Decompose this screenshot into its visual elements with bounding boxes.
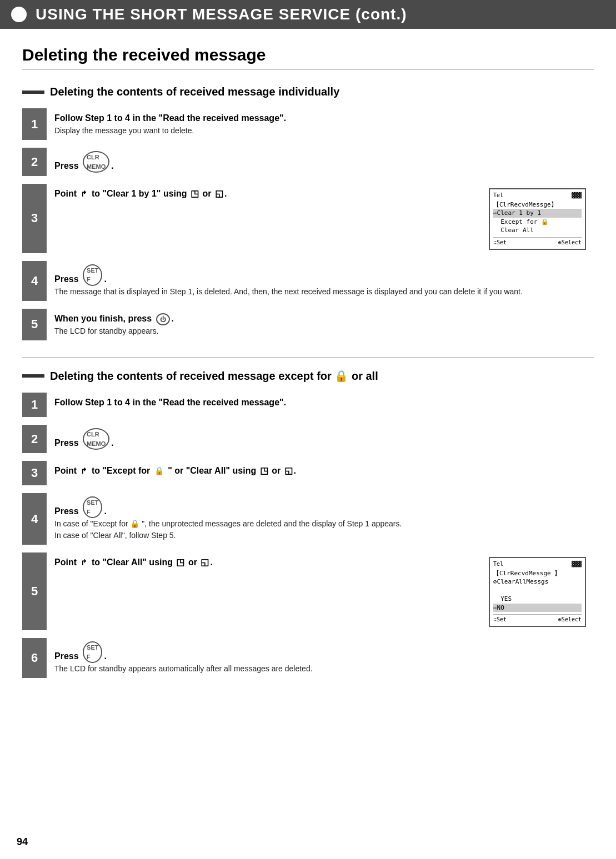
subsection1-dash — [22, 91, 44, 94]
steps-section2: 1 Follow Step 1 to 4 in the "Read the re… — [22, 393, 594, 678]
page-content: Deleting the received message Deleting t… — [0, 29, 616, 717]
step-2-6-sub: The LCD for standby appears automaticall… — [54, 663, 586, 675]
step-2-6-main: Press SETF. — [54, 641, 586, 663]
section-divider — [22, 357, 594, 358]
table-row: 3 Tel ▓▓▓ 【ClrRecvdMessge】 ⇨Clear 1 by 1… — [22, 184, 594, 253]
step-2-2-content: Press CLRMEMO. — [47, 425, 594, 453]
screen-bottom-bar-1: ∷Set ⊕Select — [493, 237, 582, 247]
screen-bottom-bar-2: ∷Set ⊕Select — [493, 614, 582, 624]
screen-mockup-2: Tel ▓▓▓ 【ClrRecvdMessge 】 ⊘ClearAllMessg… — [489, 557, 586, 627]
step-1-content: Follow Step 1 to 4 in the "Read the rece… — [47, 108, 594, 140]
table-row: 1 Follow Step 1 to 4 in the "Read the re… — [22, 108, 594, 140]
step-5-main: When you finish, press ⏻. — [54, 312, 586, 326]
step-2-content: Press CLRMEMO. — [47, 148, 594, 176]
point-arrow-icon: ↱ — [81, 189, 87, 198]
set-f-icon-s2s4: SETF — [83, 496, 102, 518]
page-header: USING THE SHORT MESSAGE SERVICE (cont.) — [0, 0, 616, 29]
header-circle-icon — [11, 7, 27, 22]
or-text-s2s5: or — [188, 557, 199, 567]
table-row: 5 When you finish, press ⏻. The LCD for … — [22, 309, 594, 341]
screen-select-label-2: ⊕Select — [558, 616, 582, 624]
table-row: 5 Tel ▓▓▓ 【ClrRecvdMessge 】 ⊘ClearAllMes… — [22, 552, 594, 630]
down-icon-s2s3: ◱ — [284, 466, 293, 475]
subsection2-dash — [22, 374, 44, 378]
step-2-1-content: Follow Step 1 to 4 in the "Read the rece… — [47, 393, 594, 413]
clr-memo-icon-s2s2: CLRMEMO — [83, 428, 109, 450]
step-number-2-3: 3 — [22, 461, 47, 485]
step-number-2-1: 1 — [22, 393, 47, 417]
screen-set-label-1: ∷Set — [493, 239, 507, 247]
screen-line-1b: ⇨Clear 1 by 1 — [493, 209, 582, 217]
down-icon-s2s5: ◱ — [201, 557, 209, 567]
table-row: 4 Press SETF. In case of "Except for 🔒 "… — [22, 493, 594, 545]
up-icon-s2s3: ◳ — [260, 466, 268, 475]
down-icon-s1s3: ◱ — [215, 189, 223, 198]
step-number-2-5: 5 — [22, 552, 47, 630]
set-f-icon-s2s6: SETF — [83, 641, 102, 663]
screen-mockup-1: Tel ▓▓▓ 【ClrRecvdMessge】 ⇨Clear 1 by 1 E… — [489, 188, 586, 250]
point-arrow-icon-s2s3: ↱ — [81, 466, 87, 475]
pwr-icon-s1s5: ⏻ — [156, 313, 170, 326]
step-number-3: 3 — [22, 184, 47, 253]
step-number-2-4: 4 — [22, 493, 47, 545]
step-1-sub: Display the message you want to delete. — [54, 125, 586, 137]
screen-line-1d: Clear All — [493, 226, 582, 234]
up-icon-s2s5: ◳ — [176, 557, 184, 567]
step-number-1: 1 — [22, 108, 47, 140]
subsection1-label: Deleting the contents of received messag… — [50, 86, 339, 98]
step-2-4-sub1: In case of "Except for 🔒 ", the unprotec… — [54, 518, 586, 530]
screen-line-2c — [493, 586, 582, 595]
step-2-6-content: Press SETF. The LCD for standby appears … — [47, 638, 594, 678]
screen-line-1c: Except for 🔒 — [493, 218, 582, 226]
lock-icon-s2s3: 🔒 — [154, 466, 164, 475]
table-row: 6 Press SETF. The LCD for standby appear… — [22, 638, 594, 678]
step-4-sub: The message that is displayed in Step 1,… — [54, 286, 586, 298]
or-text-s1s3: or — [202, 189, 213, 198]
step-2-3-content: Point ↱ to "Except for 🔒 " or "Clear All… — [47, 461, 594, 481]
screen-signal-1: ▓▓▓ — [572, 192, 582, 199]
step-number-4: 4 — [22, 261, 47, 301]
screen-signal-2: ▓▓▓ — [572, 560, 582, 568]
section-title: Deleting the received message — [22, 46, 594, 70]
table-row: 2 Press CLRMEMO. — [22, 425, 594, 453]
screen-line-1a: 【ClrRecvdMessge】 — [493, 200, 582, 209]
header-title: USING THE SHORT MESSAGE SERVICE (cont.) — [36, 6, 407, 23]
step-number-2: 2 — [22, 148, 47, 176]
subsection2-heading: Deleting the contents of received messag… — [22, 369, 594, 383]
step-2-4-content: Press SETF. In case of "Except for 🔒 ", … — [47, 493, 594, 545]
page-number: 94 — [17, 836, 28, 848]
screen-top-left-1: Tel — [493, 192, 503, 199]
table-row: 3 Point ↱ to "Except for 🔒 " or "Clear A… — [22, 461, 594, 485]
subsection1-heading: Deleting the contents of received messag… — [22, 86, 594, 98]
up-icon-s1s3: ◳ — [191, 189, 199, 198]
step-2-1-main: Follow Step 1 to 4 in the "Read the rece… — [54, 396, 586, 409]
subsection2-label: Deleting the contents of received messag… — [50, 369, 378, 383]
steps-section1: 1 Follow Step 1 to 4 in the "Read the re… — [22, 108, 594, 340]
step-2-4-sub2: In case of "Clear All", follow Step 5. — [54, 530, 586, 541]
step-2-main: Press CLRMEMO. — [54, 151, 586, 173]
screen-top-left-2: Tel — [493, 560, 503, 568]
step-number-5: 5 — [22, 309, 47, 341]
screen-line-2b: ⊘ClearAllMessgs — [493, 577, 582, 586]
step-4-main: Press SETF. — [54, 264, 586, 286]
step-3-content: Tel ▓▓▓ 【ClrRecvdMessge】 ⇨Clear 1 by 1 E… — [47, 184, 594, 253]
screen-set-label-2: ∷Set — [493, 616, 507, 624]
table-row: 1 Follow Step 1 to 4 in the "Read the re… — [22, 393, 594, 417]
or-text-s2s3: or — [272, 466, 283, 475]
step-2-5-content: Tel ▓▓▓ 【ClrRecvdMessge 】 ⊘ClearAllMessg… — [47, 552, 594, 630]
screen-line-2e: ⇨NO — [493, 604, 582, 612]
set-f-icon-s1s4: SETF — [83, 264, 102, 286]
step-4-content: Press SETF. The message that is displaye… — [47, 261, 594, 301]
clr-memo-icon: CLRMEMO — [83, 151, 109, 173]
screen-top-bar-1: Tel ▓▓▓ — [493, 192, 582, 199]
step-5-sub: The LCD for standby appears. — [54, 325, 586, 337]
screen-line-2a: 【ClrRecvdMessge 】 — [493, 569, 582, 577]
screen-line-2d: YES — [493, 595, 582, 603]
step-5-content: When you finish, press ⏻. The LCD for st… — [47, 309, 594, 341]
step-number-2-2: 2 — [22, 425, 47, 453]
screen-top-bar-2: Tel ▓▓▓ — [493, 560, 582, 568]
step-number-2-6: 6 — [22, 638, 47, 678]
step-2-3-main: Point ↱ to "Except for 🔒 " or "Clear All… — [54, 464, 586, 478]
step-1-main: Follow Step 1 to 4 in the "Read the rece… — [54, 112, 586, 125]
step-2-2-main: Press CLRMEMO. — [54, 428, 586, 450]
